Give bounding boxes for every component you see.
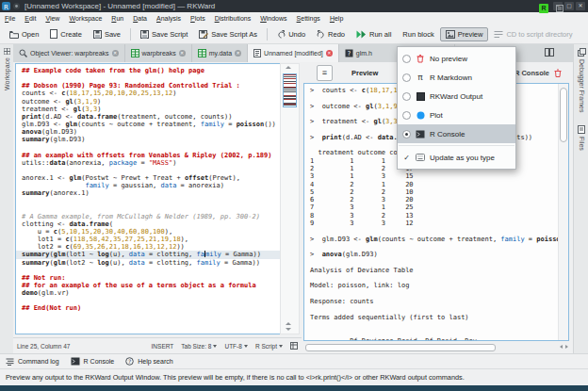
menu-workspace[interactable]: Workspace [64, 15, 106, 22]
cd-to-script-directory-button: CD to script directory [488, 27, 578, 41]
code-line: summary(anorex.1) [22, 189, 280, 197]
tab-close-icon[interactable]: ✕ [179, 50, 186, 57]
code-line: family = gaussian, data = anorexia) [22, 182, 280, 189]
r-console-toolview-button[interactable]: R Console [71, 357, 115, 366]
code-line [22, 143, 280, 151]
delete-preview-icon[interactable] [554, 69, 562, 77]
menu-plots[interactable]: Plots [186, 15, 210, 22]
scroll-left-icon[interactable] [560, 345, 563, 349]
code-line [310, 305, 569, 313]
code-line [22, 205, 280, 213]
code-line: ## Dobson (1990) Page 93: Randomized Con… [22, 82, 280, 90]
save-script-as-button[interactable]: Save Script As [193, 27, 263, 41]
tab-my-data[interactable]: my.data✕ [192, 44, 248, 62]
menu-view[interactable]: View [41, 15, 64, 22]
script-editor[interactable]: ## Example code taken from the glm() hel… [15, 63, 281, 334]
menu-run[interactable]: Run [106, 15, 128, 22]
code-line: treatment <- gl(3,3) [22, 106, 280, 113]
code-line: lot1 = c(118,58,42,35,27,25,21,19,18), [22, 236, 280, 243]
menu-windows[interactable]: Windows [255, 15, 291, 22]
script-editor-panel: ## Example code taken from the glm() hel… [13, 62, 302, 337]
save-script-button[interactable]: Save Script [135, 27, 193, 41]
menu-item-rkward-output[interactable]: RKWard Output [398, 87, 515, 106]
scroll-handle[interactable] [305, 344, 496, 351]
tab-close-icon[interactable]: ✕ [112, 50, 119, 57]
button-label: Save Script As [211, 30, 257, 39]
code-line: clotting <- data.frame( [22, 220, 280, 228]
sidebar-tab-files[interactable]: Files [574, 122, 588, 151]
code-line: demo(glm.vr) [22, 289, 280, 297]
menu-analysis[interactable]: Analysis [152, 15, 186, 22]
tab-close-icon[interactable]: ✕ [326, 50, 333, 57]
menu-item-no-preview[interactable]: No preview [398, 49, 515, 68]
editor-minimap[interactable] [283, 73, 297, 107]
tab-label: glm.h [356, 50, 372, 57]
scroll-up2-icon[interactable] [286, 322, 291, 325]
menu-item-label: RKWard Output [430, 92, 482, 101]
undo-button[interactable]: Undo [271, 27, 311, 41]
menu-item-r-console[interactable]: R Console [398, 124, 515, 143]
editor-scrollbar[interactable] [280, 63, 300, 334]
tab-object-viewer-warpbreaks[interactable]: Object Viewer: warpbreaks✕ [13, 44, 125, 62]
tab-warpbreaks[interactable]: warpbreaks✕ [125, 44, 192, 62]
code-line [22, 74, 280, 82]
help-search-icon: ? [125, 357, 134, 366]
menu-item-r-markdown[interactable]: πR Markdown [398, 68, 515, 87]
menu-data[interactable]: Data [128, 15, 152, 22]
new-file-icon [50, 29, 57, 39]
menu-item-plot[interactable]: Plot [398, 106, 515, 124]
menu-distributions[interactable]: Distributions [210, 15, 256, 22]
sidebar-tab-workspace[interactable]: Workspace [0, 44, 13, 90]
tab-size-select[interactable]: Tab Size: 8 [181, 343, 217, 350]
tab-unnamed-modified[interactable]: Unnamed [modified]✕ [248, 44, 339, 62]
console-vscrollbar[interactable] [558, 84, 568, 340]
menu-settings[interactable]: Settings [292, 15, 325, 22]
undo-icon [277, 30, 286, 39]
filetype-select[interactable]: R Script [255, 343, 283, 350]
console-icon [71, 357, 80, 366]
menu-item-update-as-you-type[interactable]: ✓Update as you type [398, 148, 515, 167]
tab-close-icon[interactable]: ✕ [235, 50, 241, 57]
blue-dot-icon [416, 111, 425, 120]
workspace-tab-label: Workspace [4, 57, 10, 90]
code-line: ## Not run: [22, 274, 280, 282]
preview-options-button[interactable]: ≡ [317, 65, 333, 81]
command-log-toolview-button[interactable]: Command log [6, 358, 59, 366]
dark-square-icon [416, 92, 425, 101]
run-all-button[interactable]: Run all [351, 27, 397, 41]
insert-mode[interactable]: INSERT [152, 343, 174, 350]
pi-icon: π [416, 73, 425, 82]
code-line: Analysis of Deviance Table [310, 267, 569, 274]
tab-overview-icon[interactable] [545, 48, 554, 57]
scroll-down-icon[interactable] [286, 328, 291, 331]
close-button[interactable]: ✕ [576, 2, 585, 10]
menu-help[interactable]: Help [325, 15, 348, 22]
scroll-right-icon[interactable] [565, 345, 568, 349]
open-button[interactable]: Open [4, 27, 44, 41]
redo-button[interactable]: Redo [311, 27, 351, 41]
scroll-up-icon[interactable] [286, 66, 291, 69]
code-line: Model: poisson, link: log [310, 282, 569, 289]
app-icons: R [2, 2, 21, 10]
sidebar-tab-debugger-frames[interactable]: Debugger Frames [574, 44, 588, 112]
maximize-button[interactable]: ▢ [564, 2, 574, 10]
statusbar-menu-icon[interactable] [556, 5, 564, 12]
menu-file[interactable]: File [0, 15, 20, 22]
code-line: > glm.D93 <- glm(counts ~ outcome + trea… [310, 236, 569, 243]
status-message-bar: Preview any output to the RKWard Output … [0, 368, 588, 385]
editor-settings-icon[interactable] [290, 342, 298, 350]
menu-edit[interactable]: Edit [20, 15, 41, 22]
create-button[interactable]: Create [44, 26, 88, 41]
help-search-toolview-button[interactable]: ?Help search [125, 357, 172, 366]
encoding-select[interactable]: UTF-8 [224, 343, 247, 350]
save-button[interactable]: Save [88, 27, 126, 41]
svg-text:?: ? [128, 358, 131, 365]
code-line [22, 267, 280, 274]
run-block-button[interactable]: Run block [397, 27, 439, 41]
button-label: Redo [328, 30, 345, 39]
console-hscrollbar[interactable] [303, 343, 569, 351]
radio-icon [402, 92, 411, 101]
preview-button[interactable]: Preview [440, 27, 489, 41]
scroll-handle[interactable] [560, 88, 567, 142]
object-viewer-icon [19, 49, 27, 57]
